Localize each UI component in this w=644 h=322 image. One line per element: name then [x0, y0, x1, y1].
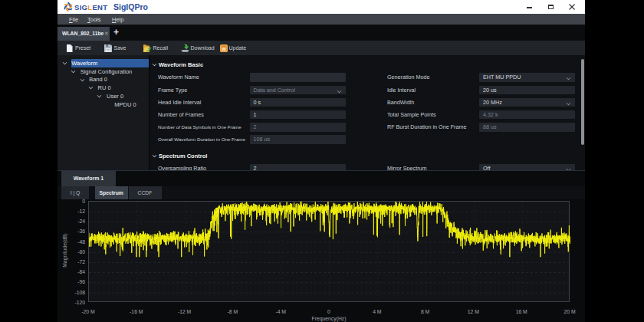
svg-text:w: w [221, 45, 226, 51]
